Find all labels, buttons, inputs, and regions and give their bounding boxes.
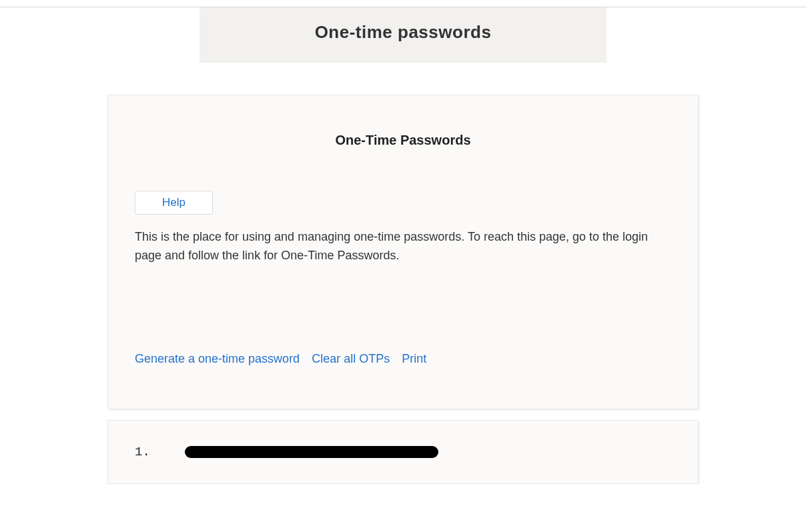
help-button-label: Help	[162, 196, 185, 209]
page-title: One-time passwords	[199, 22, 607, 43]
redacted-otp-value	[185, 446, 438, 458]
header-band: One-time passwords	[199, 7, 607, 63]
action-links: Generate a one-time password Clear all O…	[135, 352, 671, 366]
generate-otp-link[interactable]: Generate a one-time password	[135, 352, 300, 366]
help-button[interactable]: Help	[135, 191, 213, 215]
otp-card: One-Time Passwords Help This is the plac…	[107, 95, 699, 409]
otp-list-item: 1.	[107, 420, 699, 484]
card-description: This is the place for using and managing…	[135, 228, 671, 265]
clear-otps-link[interactable]: Clear all OTPs	[312, 352, 390, 366]
list-item-index: 1.	[135, 445, 150, 459]
card-title: One-Time Passwords	[135, 133, 671, 148]
print-link[interactable]: Print	[402, 352, 426, 366]
